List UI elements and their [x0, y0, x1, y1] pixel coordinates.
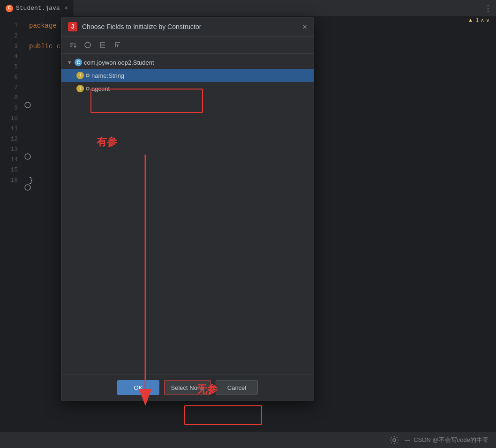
line-numbers: 1 2 3 4 5 6 7 8 9 10 11 12 13 14 15 16 [0, 17, 23, 431]
field-icon-age: f [76, 85, 84, 92]
dot-indicator-name [86, 74, 90, 77]
sort-button[interactable] [66, 39, 79, 51]
svg-point-1 [25, 154, 30, 159]
dialog-title-bar: J Choose Fields to Initialize by Constru… [61, 17, 314, 37]
collapse-button[interactable] [111, 39, 124, 51]
tab-close-button[interactable]: × [65, 5, 68, 12]
dialog: J Choose Fields to Initialize by Constru… [61, 17, 314, 401]
tree-root-row[interactable]: ▼ C com.joywon.oop2.Student [61, 56, 314, 69]
svg-point-2 [25, 185, 30, 190]
tab-filename: Student.java [16, 5, 60, 12]
field-name-label: name:String [91, 72, 124, 79]
field-icon-name: f [76, 72, 84, 79]
more-tabs-icon[interactable]: ⋮ [484, 3, 492, 14]
ok-button[interactable]: OK [117, 380, 159, 395]
tree-field-age[interactable]: f age:int [61, 82, 314, 95]
chevron-down-icon: ▼ [67, 60, 73, 65]
minimize-icon[interactable]: — [405, 435, 410, 445]
gutter-icon-line12 [24, 153, 31, 160]
tab-student-java[interactable]: C Student.java × [0, 0, 74, 17]
dialog-toolbar [61, 37, 314, 54]
svg-point-0 [25, 102, 30, 108]
tab-bar: C Student.java × ⋮ [0, 0, 496, 17]
tree-root-label: com.joywon.oop2.Student [84, 59, 154, 66]
class-icon: C [75, 59, 82, 66]
filter-button[interactable] [81, 39, 94, 51]
status-bar: — CSDN @不会写code的牛哥 [0, 431, 496, 448]
cancel-button[interactable]: Cancel [216, 380, 258, 395]
svg-point-8 [85, 42, 90, 48]
dot-indicator-age [86, 87, 90, 90]
gutter-icon-line7 [24, 102, 31, 108]
annotation-top-text: 有参 [97, 135, 117, 149]
dialog-icon: J [68, 22, 77, 31]
field-age-label: age:int [91, 85, 110, 92]
java-file-icon: C [6, 5, 13, 12]
dialog-close-button[interactable]: ✕ [302, 22, 307, 31]
dialog-title: Choose Fields to Initialize by Construct… [82, 23, 298, 30]
settings-icon[interactable] [390, 435, 399, 445]
dialog-footer: OK Select None Cancel [61, 374, 314, 401]
annotation-bottom-text: 无参 [197, 382, 218, 396]
expand-button[interactable] [96, 39, 109, 51]
tree-field-name[interactable]: f name:String [61, 69, 314, 82]
svg-text:J: J [71, 24, 74, 30]
svg-point-19 [393, 439, 396, 441]
status-bar-text: CSDN @不会写code的牛哥 [413, 436, 488, 444]
dialog-tree[interactable]: ▼ C com.joywon.oop2.Student f name:Strin… [61, 54, 314, 374]
gutter-icon-line15 [24, 184, 31, 191]
